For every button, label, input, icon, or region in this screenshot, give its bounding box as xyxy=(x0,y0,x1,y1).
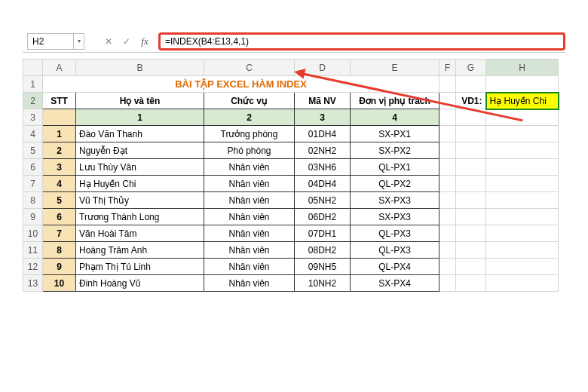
cell-A10[interactable]: 7 xyxy=(43,225,76,242)
cell-D12[interactable]: 09NH5 xyxy=(295,259,351,275)
cell-G10[interactable] xyxy=(456,225,486,242)
cell-D4[interactable]: 01DH4 xyxy=(295,126,351,142)
cell-A8[interactable]: 5 xyxy=(43,192,76,209)
cell-H7[interactable] xyxy=(486,176,559,192)
cell-E13[interactable]: SX-PX4 xyxy=(351,275,439,292)
col-header-E[interactable]: E xyxy=(351,60,439,76)
cell-D11[interactable]: 08DH2 xyxy=(295,242,351,259)
cell-A4[interactable]: 1 xyxy=(43,126,76,142)
cell-G8[interactable] xyxy=(456,192,486,209)
cell-H4[interactable] xyxy=(486,126,559,142)
cell-B2[interactable]: Họ và tên xyxy=(76,93,204,109)
cell-G7[interactable] xyxy=(456,176,486,192)
cell-B12[interactable]: Phạm Thị Tú Linh xyxy=(76,259,204,275)
cell-E7[interactable]: QL-PX2 xyxy=(351,176,439,192)
row-header-13[interactable]: 13 xyxy=(23,275,43,292)
row-header-9[interactable]: 9 xyxy=(23,209,43,225)
cell-C12[interactable]: Nhân viên xyxy=(204,259,295,275)
col-header-A[interactable]: A xyxy=(43,60,76,76)
cell-E10[interactable]: QL-PX3 xyxy=(351,225,439,242)
cell-H2-result[interactable]: Hạ Huyền Chi xyxy=(486,93,559,109)
cell-G2[interactable]: VD1: xyxy=(456,93,486,109)
cell-A9[interactable]: 6 xyxy=(43,209,76,225)
cell-D6[interactable]: 03NH6 xyxy=(295,159,351,176)
cell-A12[interactable]: 9 xyxy=(43,259,76,275)
cell-H3[interactable] xyxy=(486,109,559,126)
cell-F8[interactable] xyxy=(439,192,456,209)
cell-A5[interactable]: 2 xyxy=(43,142,76,159)
cell-H12[interactable] xyxy=(486,259,559,275)
cell-F2[interactable] xyxy=(439,93,456,109)
cell-G4[interactable] xyxy=(456,126,486,142)
col-header-D[interactable]: D xyxy=(295,60,351,76)
cell-C11[interactable]: Nhân viên xyxy=(204,242,295,259)
row-header-5[interactable]: 5 xyxy=(23,142,43,159)
cell-G12[interactable] xyxy=(456,259,486,275)
cell-A3[interactable] xyxy=(43,109,76,126)
cell-E12[interactable]: QL-PX4 xyxy=(351,259,439,275)
cell-F7[interactable] xyxy=(439,176,456,192)
cell-D13[interactable]: 10NH2 xyxy=(295,275,351,292)
cell-H6[interactable] xyxy=(486,159,559,176)
cell-B10[interactable]: Văn Hoài Tâm xyxy=(76,225,204,242)
cell-C8[interactable]: Nhân viên xyxy=(204,192,295,209)
cell-B9[interactable]: Trương Thành Long xyxy=(76,209,204,225)
cell-E9[interactable]: SX-PX3 xyxy=(351,209,439,225)
cell-B3[interactable]: 1 xyxy=(76,109,204,126)
col-header-G[interactable]: G xyxy=(456,60,486,76)
cell-G3[interactable] xyxy=(456,109,486,126)
cell-F11[interactable] xyxy=(439,242,456,259)
cell-F1[interactable] xyxy=(439,76,456,93)
cell-E6[interactable]: QL-PX1 xyxy=(351,159,439,176)
cell-A2[interactable]: STT xyxy=(43,93,76,109)
cell-C5[interactable]: Phó phòng xyxy=(204,142,295,159)
cell-C10[interactable]: Nhân viên xyxy=(204,225,295,242)
cell-C9[interactable]: Nhân viên xyxy=(204,209,295,225)
fx-icon[interactable]: fx xyxy=(136,33,154,50)
cell-C2[interactable]: Chức vụ xyxy=(204,93,295,109)
cell-G6[interactable] xyxy=(456,159,486,176)
cell-H11[interactable] xyxy=(486,242,559,259)
row-header-6[interactable]: 6 xyxy=(23,159,43,176)
row-header-2[interactable]: 2 xyxy=(23,93,43,109)
row-header-4[interactable]: 4 xyxy=(23,126,43,142)
cell-B6[interactable]: Lưu Thùy Vân xyxy=(76,159,204,176)
cell-E4[interactable]: SX-PX1 xyxy=(351,126,439,142)
cell-F13[interactable] xyxy=(439,275,456,292)
cell-D7[interactable]: 04DH4 xyxy=(295,176,351,192)
cell-H10[interactable] xyxy=(486,225,559,242)
cell-D9[interactable]: 06DH2 xyxy=(295,209,351,225)
cell-G1[interactable] xyxy=(456,76,486,93)
cell-A11[interactable]: 8 xyxy=(43,242,76,259)
col-header-B[interactable]: B xyxy=(76,60,204,76)
cell-B7[interactable]: Hạ Huyền Chi xyxy=(76,176,204,192)
enter-formula-icon[interactable]: ✓ xyxy=(118,33,136,50)
cell-B5[interactable]: Nguyễn Đạt xyxy=(76,142,204,159)
cell-A6[interactable]: 3 xyxy=(43,159,76,176)
cell-B8[interactable]: Vũ Thị Thủy xyxy=(76,192,204,209)
row-header-7[interactable]: 7 xyxy=(23,176,43,192)
cell-F6[interactable] xyxy=(439,159,456,176)
cell-G5[interactable] xyxy=(456,142,486,159)
row-header-10[interactable]: 10 xyxy=(23,225,43,242)
row-header-3[interactable]: 3 xyxy=(23,109,43,126)
col-header-H[interactable]: H xyxy=(486,60,559,76)
cell-E8[interactable]: SX-PX3 xyxy=(351,192,439,209)
row-header-11[interactable]: 11 xyxy=(23,242,43,259)
cell-E3[interactable]: 4 xyxy=(351,109,439,126)
cell-B11[interactable]: Hoàng Trâm Anh xyxy=(76,242,204,259)
cell-C7[interactable]: Nhân viên xyxy=(204,176,295,192)
cell-A7[interactable]: 4 xyxy=(43,176,76,192)
row-header-1[interactable]: 1 xyxy=(23,76,43,93)
col-header-C[interactable]: C xyxy=(204,60,295,76)
select-all-corner[interactable] xyxy=(23,60,43,76)
formula-input[interactable]: =INDEX(B4:E13,4,1) xyxy=(158,32,565,51)
col-header-F[interactable]: F xyxy=(439,60,456,76)
cell-H9[interactable] xyxy=(486,209,559,225)
cell-B4[interactable]: Đào Văn Thanh xyxy=(76,126,204,142)
cell-H8[interactable] xyxy=(486,192,559,209)
cell-F5[interactable] xyxy=(439,142,456,159)
cell-F4[interactable] xyxy=(439,126,456,142)
cell-D10[interactable]: 07DH1 xyxy=(295,225,351,242)
cell-C6[interactable]: Nhân viên xyxy=(204,159,295,176)
